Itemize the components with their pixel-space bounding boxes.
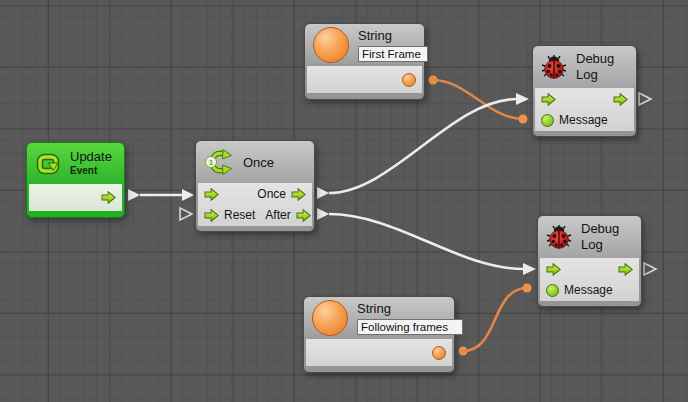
string-value-field[interactable] <box>357 319 463 335</box>
update-output-port[interactable] <box>101 191 116 204</box>
once-exit-label: Once <box>257 187 286 201</box>
node-once[interactable]: 1 Once Once Reset After <box>195 140 315 232</box>
wire-after-to-debug-bottom[interactable] <box>317 208 536 275</box>
node-debug-log-bottom[interactable]: Debug Log Message <box>537 215 642 307</box>
once-after-label: After <box>265 208 290 222</box>
wire-once-to-debug-top[interactable] <box>317 93 529 199</box>
wire-string-first-to-message[interactable] <box>429 76 528 124</box>
string-header: String <box>305 24 424 66</box>
node-subtitle: Log <box>581 237 619 253</box>
ladybug-icon <box>541 54 567 80</box>
orange-circle-icon <box>312 300 348 336</box>
once-loop-icon: 1 <box>204 149 234 175</box>
once-enter-port[interactable] <box>204 188 219 201</box>
debug-enter-port[interactable] <box>546 263 561 276</box>
node-title: String <box>357 301 463 317</box>
debug-message-label: Message <box>559 113 608 127</box>
node-debug-log-top[interactable]: Debug Log Message <box>532 45 637 137</box>
debug-message-port[interactable] <box>546 284 559 297</box>
node-subtitle: Event <box>70 165 112 178</box>
node-title: String <box>358 28 428 44</box>
node-subtitle: Log <box>576 67 614 83</box>
update-loop-icon <box>35 151 61 177</box>
debug-message-port[interactable] <box>541 114 554 127</box>
debug-header: Debug Log <box>533 46 636 88</box>
node-title: Update <box>70 149 112 165</box>
debug-exit-port[interactable] <box>613 93 628 106</box>
once-reset-label: Reset <box>224 208 255 222</box>
string-header: String <box>304 297 454 339</box>
debug-message-label: Message <box>564 283 613 297</box>
ladybug-icon <box>546 224 572 250</box>
node-title: Debug <box>576 51 614 67</box>
node-title: Debug <box>581 221 619 237</box>
wire-update-to-once[interactable] <box>128 189 194 201</box>
node-string-following-frames[interactable]: String <box>303 296 455 373</box>
once-reset-port[interactable] <box>204 209 219 222</box>
once-header: 1 Once <box>196 141 314 183</box>
debug-top-out-unconnected-triangle[interactable] <box>639 93 651 105</box>
once-after-port[interactable] <box>296 209 311 222</box>
once-badge: 1 <box>209 158 214 167</box>
graph-canvas[interactable]: Update Event 1 Once Once <box>0 0 688 402</box>
node-update-event[interactable]: Update Event <box>26 142 125 218</box>
update-header: Update Event <box>27 143 124 184</box>
orange-circle-icon <box>313 27 349 63</box>
debug-enter-port[interactable] <box>541 93 556 106</box>
once-exit-port[interactable] <box>291 188 306 201</box>
once-reset-unconnected-triangle[interactable] <box>180 208 192 220</box>
string-output-port[interactable] <box>432 346 446 360</box>
debug-header: Debug Log <box>538 216 641 258</box>
node-string-first-frame[interactable]: String <box>304 23 425 100</box>
debug-bottom-out-unconnected-triangle[interactable] <box>644 263 656 275</box>
wire-string-following-to-message[interactable] <box>459 284 532 356</box>
debug-exit-port[interactable] <box>618 263 633 276</box>
string-output-port[interactable] <box>402 73 416 87</box>
node-title: Once <box>243 155 274 170</box>
string-value-field[interactable] <box>358 46 428 62</box>
